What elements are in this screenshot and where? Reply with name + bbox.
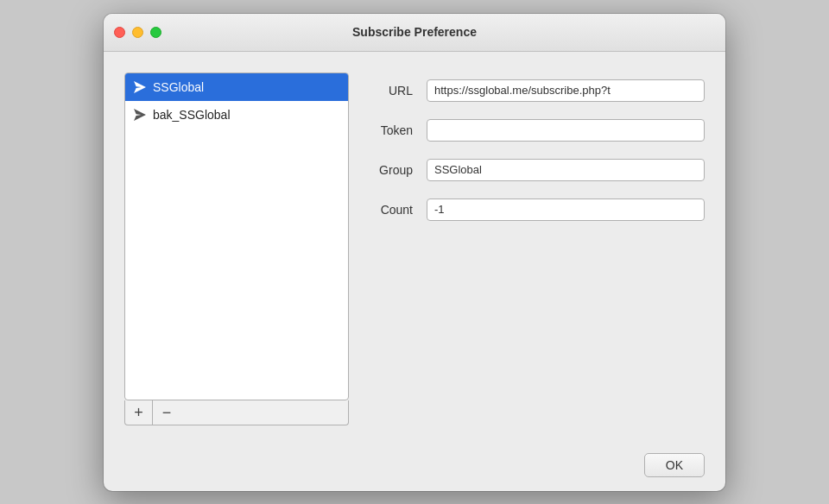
count-label: Count (370, 203, 413, 217)
group-row: Group (370, 159, 705, 181)
window-title: Subscribe Preference (352, 25, 477, 39)
list-item-label-bak-ssglobal: bak_SSGlobal (153, 108, 231, 122)
group-input[interactable] (427, 159, 705, 181)
maximize-button[interactable] (150, 27, 161, 38)
token-input[interactable] (427, 119, 705, 142)
close-button[interactable] (114, 27, 125, 38)
send-icon-bak-ssglobal (134, 109, 146, 121)
add-item-button[interactable]: + (125, 400, 153, 425)
subscription-list: SSGlobal bak_SSGlobal (124, 72, 349, 400)
list-item-label-ssglobal: SSGlobal (153, 80, 204, 94)
traffic-lights (114, 27, 161, 38)
svg-marker-1 (134, 109, 146, 121)
send-icon-ssglobal (134, 81, 146, 93)
url-label: URL (370, 84, 413, 98)
window-content: SSGlobal bak_SSGlobal + − (104, 52, 725, 443)
token-row: Token (370, 119, 705, 142)
token-label: Token (370, 123, 413, 137)
minimize-button[interactable] (132, 27, 143, 38)
url-row: URL (370, 79, 705, 102)
list-item-ssglobal[interactable]: SSGlobal (125, 73, 348, 101)
remove-item-button[interactable]: − (153, 400, 180, 425)
right-panel: URL Token Group Count (370, 72, 705, 425)
count-input[interactable] (427, 198, 705, 221)
url-input[interactable] (427, 79, 705, 102)
bottom-bar: OK (104, 443, 725, 491)
svg-marker-0 (134, 81, 146, 93)
list-item-bak-ssglobal[interactable]: bak_SSGlobal (125, 101, 348, 129)
ok-button[interactable]: OK (644, 453, 705, 477)
subscribe-preference-window: Subscribe Preference SSGlobal (104, 14, 725, 491)
group-label: Group (370, 163, 413, 177)
left-panel: SSGlobal bak_SSGlobal + − (124, 72, 349, 425)
count-row: Count (370, 198, 705, 221)
list-controls: + − (124, 400, 349, 425)
title-bar: Subscribe Preference (104, 14, 725, 52)
